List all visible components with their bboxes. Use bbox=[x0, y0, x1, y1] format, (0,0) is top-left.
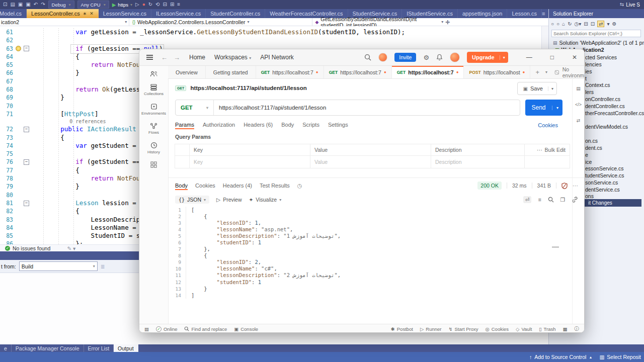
online-status[interactable]: ✓ Online bbox=[156, 326, 177, 332]
response-tab[interactable]: Test Results bbox=[260, 183, 290, 189]
redo-icon[interactable]: ↷ bbox=[41, 2, 45, 7]
tree-item[interactable]: dentService.cs bbox=[585, 187, 620, 193]
find-icon[interactable]: ⊟ bbox=[163, 2, 167, 7]
solution-explorer-search-input[interactable] bbox=[551, 30, 641, 37]
tree-item[interactable]: therForecastController.cs bbox=[585, 110, 644, 116]
split-editor-icon[interactable]: ✛ bbox=[445, 19, 450, 25]
request-tab[interactable]: GET https://localhost:7 ● bbox=[324, 66, 392, 78]
key-input[interactable]: Key bbox=[190, 156, 310, 168]
settings-icon[interactable]: ⚙ bbox=[612, 21, 616, 27]
console-button[interactable]: ▣ Console bbox=[234, 326, 258, 332]
save-icon[interactable]: ▣ bbox=[18, 2, 23, 7]
upgrade-button[interactable]: Upgrade ▾ bbox=[467, 52, 508, 63]
debug-config-dropdown[interactable]: Debug▾ bbox=[48, 1, 74, 9]
beta-avatar[interactable] bbox=[378, 53, 387, 62]
properties-icon[interactable]: ⊡ bbox=[591, 21, 595, 27]
close-button[interactable]: ✕ bbox=[572, 54, 577, 61]
request-config-tab[interactable]: Settings bbox=[328, 122, 348, 128]
forward-icon[interactable]: ○ bbox=[556, 21, 559, 27]
invite-button[interactable]: Invite bbox=[394, 53, 416, 62]
tree-item[interactable]: dentViewModel.cs bbox=[585, 124, 628, 130]
comments-icon[interactable]: ⇄ bbox=[577, 118, 581, 123]
tree-item[interactable]: lers bbox=[585, 89, 594, 95]
collapse-region-icon[interactable]: − bbox=[24, 159, 29, 165]
start-without-debug-icon[interactable]: ▷ bbox=[135, 2, 139, 7]
request-tab[interactable]: Overview bbox=[168, 66, 206, 78]
tree-item[interactable]: cted Services bbox=[585, 54, 617, 60]
sidebar-item-environments[interactable]: Environments bbox=[139, 103, 168, 116]
tree-item[interactable]: t bbox=[585, 75, 587, 81]
response-tab[interactable]: Body bbox=[175, 183, 188, 189]
back-icon[interactable]: ← bbox=[161, 54, 168, 61]
maximize-button[interactable]: □ bbox=[550, 54, 554, 61]
tree-item[interactable]: ons bbox=[585, 193, 594, 199]
pending-changes-filter-icon[interactable]: ◷▾ bbox=[575, 21, 582, 27]
request-config-tab[interactable]: Authorization bbox=[203, 122, 235, 128]
pin-icon[interactable]: ∗ bbox=[83, 11, 87, 16]
nav-api-network[interactable]: API Network bbox=[260, 54, 294, 61]
send-button[interactable]: Send ▾ bbox=[525, 100, 562, 116]
run-button[interactable]: ▶ https ▾ bbox=[112, 2, 132, 8]
tree-item[interactable]: onController.cs bbox=[585, 96, 620, 102]
visualize-button[interactable]: ✦ Visualize ▾ bbox=[249, 197, 282, 203]
response-tab[interactable]: Headers (4) bbox=[223, 183, 252, 189]
code-snippet-icon[interactable]: </> bbox=[575, 102, 582, 107]
two-pane-icon[interactable]: ▦ bbox=[563, 326, 568, 332]
tab-list-icon[interactable]: ≡ bbox=[542, 11, 545, 17]
documentation-icon[interactable]: ▤ bbox=[576, 86, 581, 91]
panel-tab[interactable]: Package Manager Console bbox=[12, 344, 84, 352]
tree-item[interactable]: lencies bbox=[585, 61, 602, 67]
collapse-all-icon[interactable]: ⊟ bbox=[584, 21, 588, 27]
cpu-config-dropdown[interactable]: Any CPU▾ bbox=[77, 1, 109, 9]
toolbar-icon[interactable]: ⊞ bbox=[170, 2, 174, 7]
find-and-replace-button[interactable]: Find and replace bbox=[184, 326, 227, 332]
tree-item[interactable]: on.cs bbox=[585, 138, 598, 144]
wrap-text-icon[interactable]: ⏎ bbox=[523, 196, 532, 203]
restart-icon[interactable]: ↻ bbox=[148, 2, 152, 7]
nav-workspaces[interactable]: Workspaces ▾ bbox=[214, 54, 251, 61]
tree-item[interactable]: essonService.cs bbox=[585, 165, 623, 171]
editor-tab[interactable]: Model.cs ∗ ✕ bbox=[0, 9, 27, 18]
switch-views-icon[interactable]: ↻ bbox=[568, 21, 572, 27]
editor-tab[interactable]: LessonController.cs ∗ ✕ bbox=[27, 9, 99, 18]
hot-reload-icon[interactable]: ⟲ bbox=[155, 2, 159, 7]
copy-icon[interactable]: ❐ bbox=[560, 197, 565, 203]
gear-icon[interactable]: ⚙ bbox=[423, 54, 429, 61]
response-tab[interactable]: Cookies bbox=[195, 183, 215, 189]
toolbar-icon[interactable]: ≡ bbox=[177, 2, 180, 7]
search-response-icon[interactable] bbox=[548, 197, 554, 203]
panel-tab[interactable]: Output bbox=[114, 344, 138, 352]
trash-button[interactable]: ▯Trash bbox=[539, 326, 555, 332]
request-tab[interactable]: GET https://localhost:7 ● bbox=[392, 66, 464, 78]
project-dropdown[interactable]: ication2 bbox=[0, 19, 19, 25]
vault-button[interactable]: ◇Vault bbox=[516, 326, 532, 332]
request-config-tab[interactable]: Scripts bbox=[302, 122, 319, 128]
chevron-down-icon[interactable]: ▾ bbox=[607, 21, 609, 27]
editor-tab[interactable]: StudentController.cs ∗ ✕ bbox=[206, 9, 265, 18]
url-input[interactable] bbox=[214, 105, 520, 111]
user-avatar[interactable] bbox=[450, 52, 460, 62]
runner-button[interactable]: ▷Runner bbox=[420, 326, 441, 332]
open-icon[interactable]: ▤ bbox=[10, 2, 15, 7]
tree-item[interactable]: dent.cs bbox=[585, 145, 602, 151]
request-config-tab[interactable]: Body bbox=[281, 122, 294, 128]
format-dropdown[interactable]: {} JSON ▾ bbox=[175, 196, 209, 204]
bell-icon[interactable] bbox=[436, 54, 443, 61]
tree-item[interactable]: tudentService.cs bbox=[585, 172, 624, 178]
sidebar-toggle-icon[interactable]: ▤ bbox=[144, 326, 149, 332]
preview-button[interactable]: ▷ Preview bbox=[216, 197, 242, 203]
tab-options-icon[interactable]: ▾ bbox=[545, 70, 547, 74]
solution-node[interactable]: ▤ Solution 'WebApplication2' (1 of 1 pro… bbox=[553, 40, 644, 46]
scrollbar-thumb[interactable] bbox=[552, 246, 559, 248]
panel-tab[interactable]: Error List bbox=[84, 344, 114, 352]
home-icon[interactable]: ⌂ bbox=[562, 21, 565, 27]
editor-tab[interactable]: Lesson.cs ∗ ✕ bbox=[507, 9, 542, 18]
undo-icon[interactable]: ↶ bbox=[34, 2, 38, 7]
ssl-warning-shield-icon[interactable] bbox=[561, 183, 568, 189]
add-to-source-control-button[interactable]: ↑ Add to Source Control ▲ bbox=[529, 354, 593, 360]
response-body[interactable]: 1[2 {3 "lessonID": 1,4 "lessonName": "as… bbox=[168, 207, 573, 324]
nav-home[interactable]: Home bbox=[189, 54, 205, 61]
row-handle[interactable] bbox=[175, 156, 190, 168]
tree-item[interactable]: dentController.cs bbox=[585, 103, 625, 109]
tree-item[interactable]: ice bbox=[585, 159, 592, 165]
